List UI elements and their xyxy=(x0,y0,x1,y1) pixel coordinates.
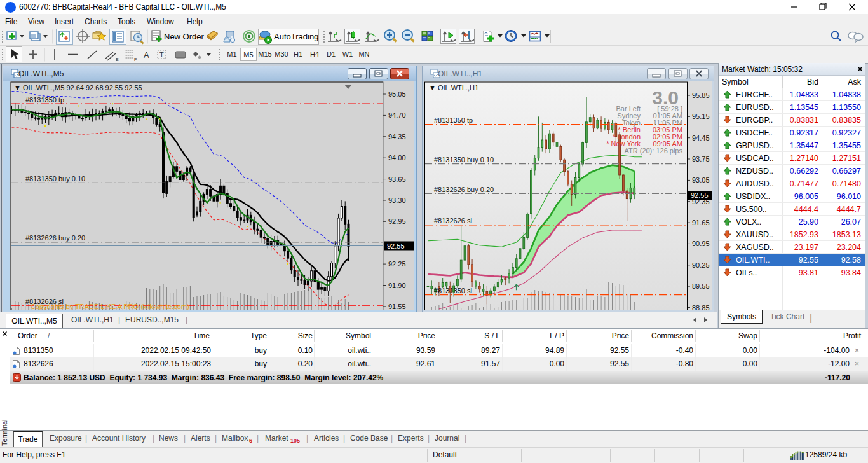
svg-text:91.55: 91.55 xyxy=(388,303,406,310)
svg-text:#8131350 sl: #8131350 sl xyxy=(434,287,472,294)
svg-text:94.70: 94.70 xyxy=(388,111,406,119)
svg-text:#8131350 tp: #8131350 tp xyxy=(25,96,64,104)
svg-text:E: E xyxy=(116,57,119,62)
svg-text:Copyrights by TRADE LIKE A PRO: Copyrights by TRADE LIKE A PRO (klik-whi… xyxy=(31,303,189,310)
svg-text:#8131350 buy 0.10: #8131350 buy 0.10 xyxy=(25,175,85,183)
svg-text:91.65: 91.65 xyxy=(692,219,710,226)
svg-text:95.15: 95.15 xyxy=(692,113,710,120)
svg-text:95.85: 95.85 xyxy=(692,92,710,99)
svg-text:#8131350 buy 0.10: #8131350 buy 0.10 xyxy=(434,156,494,163)
svg-text:94.35: 94.35 xyxy=(388,133,406,141)
svg-text:92.55: 92.55 xyxy=(691,191,709,199)
svg-text:#8132626 buy 0.20: #8132626 buy 0.20 xyxy=(434,186,494,193)
svg-text:89.55: 89.55 xyxy=(692,282,710,290)
svg-text:▼ OIL.WTI..,M5 92.64 92.68 92: ▼ OIL.WTI..,M5 92.64 92.68 92.55 92.55 xyxy=(14,84,142,92)
svg-text:93.30: 93.30 xyxy=(388,197,406,204)
svg-text:88.85: 88.85 xyxy=(692,304,710,310)
svg-text:92.25: 92.25 xyxy=(388,260,406,268)
svg-text:F: F xyxy=(134,57,137,62)
svg-text:92.55: 92.55 xyxy=(387,242,405,250)
svg-text:95.05: 95.05 xyxy=(388,90,406,98)
svg-text:90.95: 90.95 xyxy=(692,240,710,247)
svg-text:#8132626 sl: #8132626 sl xyxy=(434,217,472,225)
svg-text:▼ OIL.WTI..,H1: ▼ OIL.WTI..,H1 xyxy=(429,84,478,92)
svg-text:94.45: 94.45 xyxy=(692,134,710,142)
svg-text:#8132626 buy 0.20: #8132626 buy 0.20 xyxy=(25,234,85,242)
svg-text:91.90: 91.90 xyxy=(388,282,406,289)
svg-text:90.25: 90.25 xyxy=(692,261,710,269)
svg-text:93.05: 93.05 xyxy=(692,176,710,184)
svg-text:#8131350 tp: #8131350 tp xyxy=(434,116,473,124)
svg-text:A: A xyxy=(144,50,149,60)
svg-text:92.95: 92.95 xyxy=(388,218,406,225)
svg-text:ATR (20): 126 pips: ATR (20): 126 pips xyxy=(624,147,682,155)
svg-text:94.00: 94.00 xyxy=(388,154,406,162)
svg-text:93.65: 93.65 xyxy=(388,176,406,183)
svg-text:T: T xyxy=(159,51,164,59)
svg-text:93.75: 93.75 xyxy=(692,155,710,163)
